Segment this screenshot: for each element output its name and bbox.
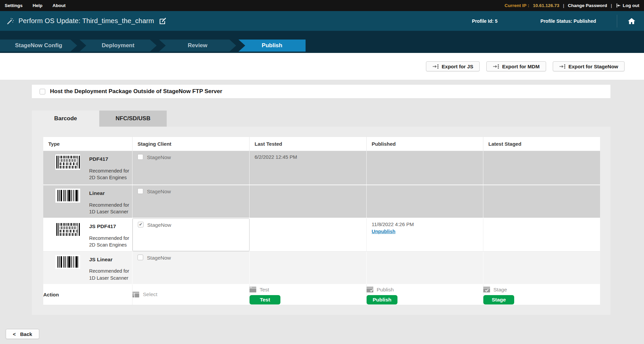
- table-row-js-linear: JS Linear Recommended for 1D Laser Scann…: [43, 252, 600, 284]
- action-label: Action: [43, 284, 132, 305]
- wizard-steps-bar: StageNow Config Deployment Review Publis…: [0, 31, 644, 53]
- test-icon: [250, 287, 256, 292]
- profile-id: Profile Id: 5: [472, 18, 497, 24]
- edit-profile-icon[interactable]: [159, 17, 167, 25]
- title-bar-right: Profile Id: 5 Profile Status: Published: [472, 15, 636, 27]
- stagenow-label: StageNow: [147, 154, 171, 160]
- back-label: Back: [20, 331, 32, 337]
- barcode-table: Type Staging Client Last Tested Publishe…: [43, 137, 600, 305]
- published-date: 11/8/2022 4:26 PM: [372, 221, 479, 227]
- step-review[interactable]: Review: [159, 40, 236, 52]
- export-icon: [432, 64, 439, 69]
- stagenow-label: StageNow: [147, 255, 171, 261]
- menu-help[interactable]: Help: [33, 3, 42, 8]
- published-cell: [367, 151, 483, 185]
- change-password-link[interactable]: Change Password: [568, 3, 607, 8]
- unpublish-link[interactable]: Unpublish: [372, 229, 395, 234]
- divider: [617, 15, 617, 27]
- export-for-mdm-button[interactable]: Export for MDM: [486, 61, 546, 71]
- table-row-pdf417: PDF417 Recommended for 2D Scan Engines S…: [43, 151, 600, 185]
- last-tested-value: 6/2/2022 12:45 PM: [255, 154, 362, 160]
- col-header-published: Published: [367, 137, 483, 151]
- linear-barcode-image: [55, 255, 80, 269]
- export-for-js-button[interactable]: Export for JS: [426, 61, 480, 71]
- step-deployment[interactable]: Deployment: [79, 40, 157, 52]
- table-row-linear: Linear Recommended for 1D Laser Scanner …: [43, 185, 600, 218]
- separator: |: [611, 3, 612, 8]
- col-header-type: Type: [43, 137, 132, 151]
- stagenow-label: StageNow: [147, 189, 171, 195]
- menu-about[interactable]: About: [53, 3, 66, 8]
- type-description: Recommended for 2D Scan Engines: [89, 235, 129, 249]
- host-outside-panel: Host the Deployment Package Outside of S…: [32, 85, 610, 98]
- stage-label: Stage: [493, 287, 507, 293]
- linear-barcode-image: [55, 189, 80, 203]
- back-chevron-icon: <: [13, 331, 16, 337]
- logout-icon: [616, 3, 621, 8]
- export-for-stagenow-button[interactable]: Export for StageNow: [553, 61, 625, 71]
- test-button[interactable]: Test: [250, 295, 280, 304]
- pdf417-barcode-image: [55, 154, 80, 170]
- type-name: PDF417: [89, 155, 129, 163]
- type-name: JS PDF417: [89, 223, 129, 230]
- table-header-row: Type Staging Client Last Tested Publishe…: [43, 137, 600, 151]
- menu-settings[interactable]: Settings: [5, 3, 22, 8]
- profile-status: Profile Status: Published: [540, 18, 596, 24]
- latest-staged-cell: [483, 151, 600, 185]
- wizard-wand-icon: [7, 17, 14, 25]
- pdf417-barcode-image: [55, 222, 80, 237]
- col-header-last-tested: Last Tested: [250, 137, 367, 151]
- export-toolbar: Export for JS Export for MDM Export for …: [0, 53, 644, 80]
- tab-barcode[interactable]: Barcode: [32, 111, 99, 127]
- stagenow-checkbox[interactable]: [138, 222, 144, 227]
- select-label: Select: [143, 291, 157, 297]
- table-action-row: Action Select: [43, 284, 600, 305]
- stagenow-checkbox[interactable]: [138, 154, 143, 160]
- export-icon: [493, 64, 499, 69]
- publish-label: Publish: [377, 287, 394, 293]
- current-ip-label: Current IP :: [504, 3, 529, 8]
- top-right-group: Current IP : 10.61.126.73 | Change Passw…: [504, 3, 639, 8]
- type-description: Recommended for 1D Laser Scanner: [89, 268, 129, 281]
- test-label: Test: [260, 287, 269, 293]
- back-button[interactable]: < Back: [6, 329, 39, 339]
- publish-button[interactable]: Publish: [367, 295, 397, 304]
- page-title: Perform OS Update: Third_times_the_charm: [18, 17, 154, 25]
- type-description: Recommended for 2D Scan Engines: [89, 167, 129, 181]
- current-ip-value: 10.61.126.73: [533, 3, 559, 8]
- separator: |: [563, 3, 564, 8]
- logout-label: Log out: [623, 3, 639, 8]
- host-outside-checkbox[interactable]: [40, 89, 45, 94]
- export-icon: [559, 64, 566, 69]
- type-name: JS Linear: [89, 256, 129, 263]
- top-menu: Settings Help About: [5, 3, 66, 8]
- stagenow-checkbox[interactable]: [138, 255, 143, 260]
- publish-icon: [367, 287, 373, 292]
- stage-icon: [483, 287, 490, 292]
- host-outside-label: Host the Deployment Package Outside of S…: [50, 88, 222, 95]
- col-header-staging-client: Staging Client: [132, 137, 250, 151]
- delivery-tabs: Barcode NFC/SD/USB: [32, 111, 644, 127]
- profile-title-bar: Perform OS Update: Third_times_the_charm…: [0, 11, 644, 31]
- table-row-js-pdf417: JS PDF417 Recommended for 2D Scan Engine…: [43, 218, 600, 251]
- type-description: Recommended for 1D Laser Scanner: [89, 202, 129, 215]
- top-menu-bar: Settings Help About Current IP : 10.61.1…: [0, 0, 644, 11]
- select-icon: [132, 292, 139, 297]
- barcode-tab-panel: Type Staging Client Last Tested Publishe…: [32, 127, 610, 315]
- logout-button[interactable]: Log out: [616, 3, 639, 8]
- stage-button[interactable]: Stage: [483, 295, 514, 304]
- step-stagenow-config[interactable]: StageNow Config: [0, 40, 77, 52]
- main-content: Host the Deployment Package Outside of S…: [0, 80, 644, 339]
- step-publish[interactable]: Publish: [238, 40, 306, 52]
- home-icon[interactable]: [627, 17, 636, 25]
- tab-nfc-sd-usb[interactable]: NFC/SD/USB: [99, 111, 167, 127]
- staging-client-selected-cell: StageNow: [132, 218, 250, 251]
- stagenow-checkbox[interactable]: [138, 188, 143, 194]
- col-header-latest-staged: Latest Staged: [483, 137, 600, 151]
- type-name: Linear: [89, 190, 129, 197]
- stagenow-label: StageNow: [147, 222, 171, 228]
